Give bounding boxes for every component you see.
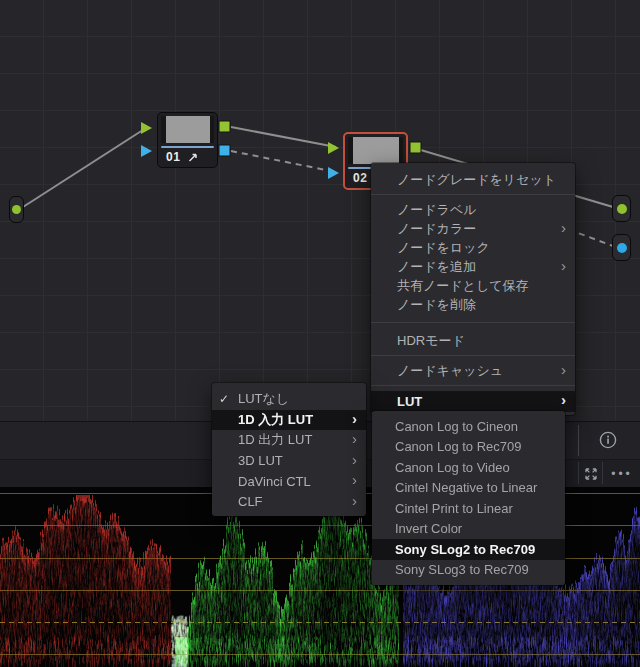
input-port-green[interactable] [328, 142, 339, 154]
menu-item-canon-log-to-video[interactable]: Canon Log to Video [372, 457, 565, 478]
menu-item-lut[interactable]: LUT› [371, 391, 575, 412]
info-icon [598, 430, 618, 450]
menu-item-add-node[interactable]: ノードを追加› [371, 257, 575, 276]
more-button[interactable]: ••• [606, 465, 638, 482]
picker-arrow-icon [187, 151, 199, 163]
menu-item-sony-slog2-to-rec709[interactable]: Sony SLog2 to Rec709 [372, 539, 565, 560]
toolbar-divider [578, 425, 579, 456]
output-dot-green [617, 204, 627, 214]
node-01[interactable]: 01 [157, 112, 218, 168]
menu-item-canon-log-to-rec709[interactable]: Canon Log to Rec709 [372, 437, 565, 458]
menu-item-reset-node-grade[interactable]: ノードグレードをリセット [371, 170, 575, 189]
chevron-right-icon: › [352, 411, 357, 426]
chevron-right-icon: › [352, 431, 357, 446]
input-port-green[interactable] [141, 122, 152, 134]
menu-item-cintel-print-to-linear[interactable]: Cintel Print to Linear [372, 498, 565, 519]
menu-separator [371, 322, 575, 323]
connection-line [23, 128, 146, 207]
toolbar-divider [578, 462, 579, 484]
output-dot-blue [617, 243, 627, 253]
menu-item-davinci-ctl[interactable]: DaVinci CTL› [212, 471, 366, 492]
chevron-right-icon: › [561, 392, 566, 407]
expand-button[interactable] [582, 465, 599, 482]
menu-item-delete-node[interactable]: ノードを削除 [371, 295, 575, 314]
menu-item-1d-input-lut[interactable]: 1D 入力 LUT› [212, 410, 366, 431]
node-thumbnail [348, 137, 403, 164]
menu-item-lock-node[interactable]: ノードをロック [371, 238, 575, 257]
menu-item-node-label[interactable]: ノードラベル [371, 200, 575, 219]
chevron-right-icon: › [352, 472, 357, 487]
lut-list-submenu: Canon Log to Cineon Canon Log to Rec709 … [372, 411, 565, 585]
menu-item-save-as-shared-node[interactable]: 共有ノードとして保存 [371, 276, 575, 295]
toolbar-divider [602, 462, 603, 484]
connection-line [231, 127, 336, 147]
chevron-right-icon: › [352, 452, 357, 467]
input-port-blue[interactable] [141, 145, 152, 157]
menu-separator [371, 355, 575, 356]
output-node-green[interactable] [612, 195, 631, 222]
chevron-right-icon: › [561, 258, 566, 273]
menu-item-3d-lut[interactable]: 3D LUT› [212, 451, 366, 472]
node-context-menu: ノードグレードをリセット ノードラベル ノードカラー› ノードをロック ノードを… [371, 163, 575, 415]
chevron-right-icon: › [561, 220, 566, 235]
node-label: 02 [353, 171, 367, 185]
output-port-green[interactable] [410, 142, 421, 153]
check-icon: ✓ [219, 392, 229, 406]
menu-item-1d-output-lut[interactable]: 1D 出力 LUT› [212, 430, 366, 451]
output-port-blue[interactable] [219, 145, 230, 156]
menu-item-node-cache[interactable]: ノードキャッシュ› [371, 361, 575, 380]
node-label: 01 [166, 150, 180, 164]
source-dot-green [12, 205, 21, 214]
menu-item-hdr-mode[interactable]: HDRモード [371, 331, 575, 350]
menu-item-no-lut[interactable]: ✓LUTなし [212, 389, 366, 410]
input-port-blue[interactable] [328, 167, 339, 179]
menu-item-invert-color[interactable]: Invert Color [372, 519, 565, 540]
source-node[interactable] [9, 196, 24, 223]
menu-item-clf[interactable]: CLF› [212, 492, 366, 513]
menu-item-sony-slog3-to-rec709[interactable]: Sony SLog3 to Rec709 [372, 560, 565, 581]
menu-separator [371, 194, 575, 195]
connection-line-dashed [231, 151, 336, 172]
menu-item-cintel-negative-to-linear[interactable]: Cintel Negative to Linear [372, 478, 565, 499]
chevron-right-icon: › [352, 493, 357, 508]
menu-separator [371, 385, 575, 386]
screen: 01 02 [0, 0, 640, 667]
lut-type-submenu: ✓LUTなし 1D 入力 LUT› 1D 出力 LUT› 3D LUT› DaV… [212, 383, 366, 516]
more-icon: ••• [611, 468, 633, 480]
output-node-blue[interactable] [612, 234, 631, 261]
expand-icon [583, 466, 599, 482]
menu-item-canon-log-to-cineon[interactable]: Canon Log to Cineon [372, 416, 565, 437]
chevron-right-icon: › [561, 362, 566, 377]
menu-item-node-color[interactable]: ノードカラー› [371, 219, 575, 238]
info-button[interactable] [597, 429, 619, 451]
output-port-green[interactable] [219, 121, 230, 132]
node-thumbnail [161, 116, 214, 143]
